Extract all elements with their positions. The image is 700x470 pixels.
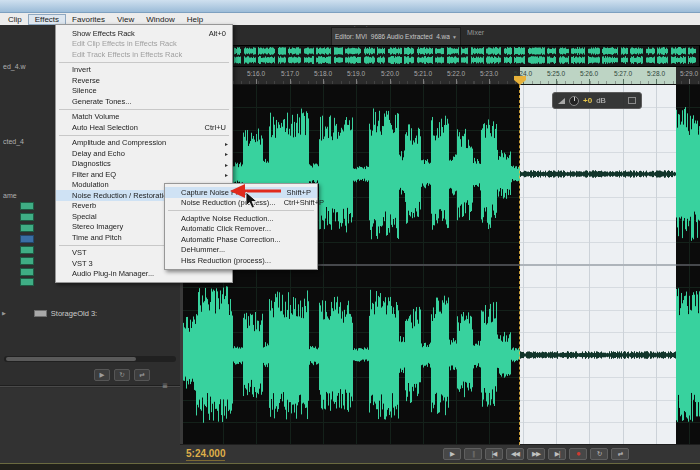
skip-selection-button[interactable]: ⇄ [611,448,629,460]
submenu-arrow-icon: ▸ [225,161,228,168]
menu-separator [59,109,229,110]
menubar-item-favorites[interactable]: Favorites [66,14,111,25]
editor-status-bar: 5:24.000 ▶∥|◀◀◀▶▶▶|●↻⇄ [180,444,700,463]
go-to-end-button[interactable]: ▶| [548,448,566,460]
panel-divider [0,385,180,387]
go-to-start-button[interactable]: |◀ [485,448,503,460]
file-name-fragment: ed_4.w [3,63,26,70]
ruler-tick-mark [456,79,457,84]
ruler-tick-label: 5:21.0 [410,70,436,77]
hud-pin-icon[interactable] [628,97,636,104]
audio-file-icon[interactable] [20,246,34,254]
audio-file-icon[interactable] [20,235,34,243]
audio-file-icon[interactable] [20,224,34,232]
scrollbar-thumb[interactable] [6,357,136,361]
menu-item-label: Edit Track Effects in Effects Rack [72,50,182,59]
drive-icon [34,310,47,317]
expander-icon[interactable]: ▶ [2,310,6,316]
menu-item-shortcut: Alt+0 [201,29,226,38]
empty-panel [0,388,180,469]
tab-mixer[interactable]: Mixer [467,29,484,36]
menu-item-generate-tones[interactable]: Generate Tones... [56,96,232,107]
menu-item-label: Amplitude and Compression [72,138,166,147]
audio-file-icon[interactable] [20,278,34,286]
menu-separator [168,210,314,211]
ruler-tick-mark [689,79,690,84]
files-autoplay-button[interactable]: ⇄ [134,369,150,381]
menubar-item-view[interactable]: View [111,14,140,25]
volume-knob[interactable] [569,96,579,106]
submenu-item-noise-reduction-process[interactable]: Noise Reduction (process)...Ctrl+Shift+P [165,198,317,209]
menu-item-label: Capture Noise Print [181,188,246,197]
menu-item-diagnostics[interactable]: Diagnostics▸ [56,159,232,170]
menu-item-label: Invert [72,65,91,74]
menu-item-edit-clip-effects-in-effects-rack[interactable]: Edit Clip Effects in Effects Rack [56,39,232,50]
loop-playback-button[interactable]: ↻ [590,448,608,460]
audio-file-icon[interactable] [20,213,34,221]
menu-item-label: Adaptive Noise Reduction... [181,214,274,223]
menu-item-reverse[interactable]: Reverse [56,75,232,86]
volume-db-value[interactable]: +0 [583,96,592,105]
files-loop-button[interactable]: ↻ [114,369,130,381]
ruler-tick-label: 5:18.0 [310,70,336,77]
menu-item-label: DeHummer... [181,245,225,254]
menu-item-amplitude-and-compression[interactable]: Amplitude and Compression▸ [56,138,232,149]
menu-item-delay-and-echo[interactable]: Delay and Echo▸ [56,148,232,159]
storage-label: StorageOld 3: [51,309,97,318]
menu-item-audio-plug-in-manager[interactable]: Audio Plug-in Manager... [56,269,232,280]
menu-item-label: Special [72,212,97,221]
submenu-item-hiss-reduction-process[interactable]: Hiss Reduction (process)... [165,255,317,266]
ruler-tick-mark [323,79,324,84]
menubar-item-window[interactable]: Window [140,14,180,25]
menu-item-show-effects-rack[interactable]: Show Effects RackAlt+0 [56,28,232,39]
audio-file-icon[interactable] [20,268,34,276]
tab-editor[interactable]: Editor: MVI_9686 Audio Extracted_4.wav ▼ [331,27,461,45]
menu-item-label: VST [72,248,87,257]
submenu-item-adaptive-noise-reduction[interactable]: Adaptive Noise Reduction... [165,213,317,224]
menu-item-edit-track-effects-in-effects-rack[interactable]: Edit Track Effects in Effects Rack [56,49,232,60]
file-name-fragment: cted_4 [3,138,24,145]
pause-button[interactable]: ∥ [464,448,482,460]
timeline-ruler[interactable]: hms 5:15.05:16.05:17.05:18.05:19.05:20.0… [183,67,700,85]
play-button[interactable]: ▶ [443,448,461,460]
audio-file-icon[interactable] [20,257,34,265]
menubar-item-effects[interactable]: Effects [28,14,66,25]
menu-item-label: Edit Clip Effects in Effects Rack [72,39,177,48]
rewind-button[interactable]: ◀◀ [506,448,524,460]
time-display: 5:24.000 [186,448,225,461]
submenu-item-dehummer[interactable]: DeHummer... [165,245,317,256]
menu-item-auto-heal-selection[interactable]: Auto Heal SelectionCtrl+U [56,122,232,133]
menu-item-label: Hiss Reduction (process)... [181,256,271,265]
menu-item-label: Modulation [72,180,109,189]
fast-forward-button[interactable]: ▶▶ [527,448,545,460]
menu-item-invert[interactable]: Invert [56,65,232,76]
menubar-item-clip[interactable]: Clip [2,14,28,25]
bottom-strip [0,463,700,470]
submenu-item-automatic-phase-correction[interactable]: Automatic Phase Correction... [165,234,317,245]
files-horizontal-scrollbar[interactable] [4,356,176,362]
record-button[interactable]: ● [569,448,587,460]
files-play-button[interactable]: ▶ [94,369,110,381]
menu-item-match-volume[interactable]: Match Volume [56,112,232,123]
menu-item-label: Reverb [72,201,96,210]
ruler-tick-label: 5:20.0 [377,70,403,77]
volume-db-unit: dB [596,96,606,105]
overview-waveform-canvas[interactable] [184,46,699,66]
ruler-tick-label: 5:25.0 [543,70,569,77]
volume-hud[interactable]: +0 dB [552,92,642,109]
menubar-item-help[interactable]: Help [181,14,209,25]
overview-waveform[interactable]: → → [183,45,700,67]
menu-item-label: Filter and EQ [72,170,116,179]
audio-file-icon[interactable] [20,202,34,210]
chevron-down-icon[interactable]: ▼ [452,34,457,40]
ruler-tick-mark [489,79,490,84]
menu-item-label: Audio Plug-in Manager... [72,269,154,278]
submenu-item-capture-noise-print[interactable]: Capture Noise PrintShift+P [165,187,317,198]
menu-item-filter-and-eq[interactable]: Filter and EQ▸ [56,169,232,180]
ruler-tick-label: 5:26.0 [576,70,602,77]
submenu-item-automatic-click-remover[interactable]: Automatic Click Remover... [165,224,317,235]
menu-item-silence[interactable]: Silence [56,86,232,97]
file-name-fragment: ame [3,192,17,199]
files-storage-row[interactable]: ▶ StorageOld 3: [2,308,97,318]
ruler-tick-mark [589,79,590,84]
